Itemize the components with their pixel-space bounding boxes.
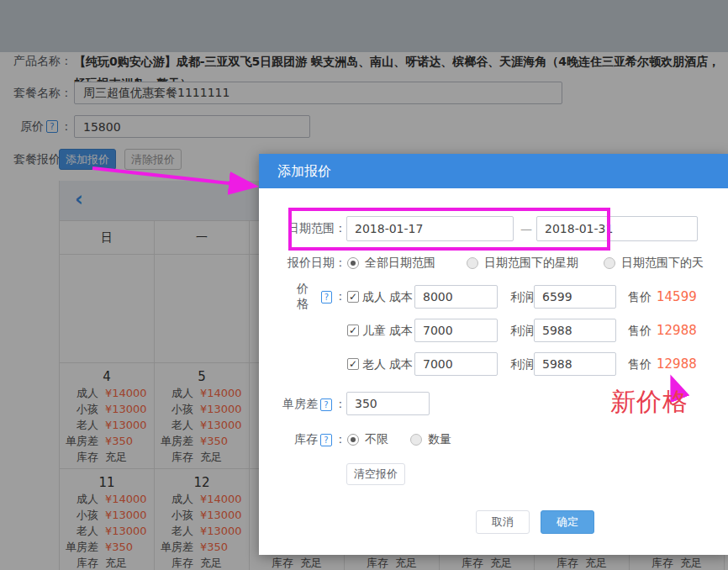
- radio-weekday-in-range[interactable]: 日期范围下的星期: [467, 256, 578, 271]
- adult-cost-input[interactable]: [414, 285, 498, 309]
- sell-label: 售价: [628, 318, 652, 343]
- child-cost-input[interactable]: [414, 319, 498, 342]
- senior-cost-input[interactable]: [414, 352, 498, 376]
- adult-profit-input[interactable]: [534, 285, 616, 309]
- child-checkbox-checked[interactable]: ✓: [347, 325, 359, 336]
- profit-label: 利润: [510, 318, 534, 343]
- radio-unselected-icon: [467, 257, 478, 269]
- radio-stock-quantity[interactable]: 数量: [410, 432, 451, 447]
- person-type-label: 儿童: [362, 318, 386, 343]
- profit-label: 利润: [510, 351, 534, 377]
- help-icon[interactable]: ?: [320, 434, 332, 446]
- profit-label: 利润: [510, 284, 534, 309]
- clear-quotes-button[interactable]: 清空报价: [346, 463, 405, 485]
- price-label-colon: ：: [335, 289, 346, 304]
- confirm-button[interactable]: 确定: [541, 510, 594, 534]
- cost-label: 成本: [389, 351, 413, 377]
- quote-date-label: 报价日期：: [259, 255, 346, 272]
- sell-label: 售价: [628, 351, 652, 377]
- date-range-highlight-box: [288, 208, 610, 251]
- single-supplement-label: 单房差 ? ：: [259, 393, 346, 415]
- screen: 产品名称： 【纯玩0购安心游】成都-三亚双飞5日跟团游 蜈支洲岛、南山、呀诺达、…: [0, 0, 728, 570]
- radio-all-date-range[interactable]: 全部日期范围: [347, 256, 435, 271]
- stock-label-colon: ：: [335, 432, 346, 447]
- stock-label: 库存 ? ：: [259, 431, 346, 448]
- stock-label-text: 库存: [294, 432, 318, 447]
- cancel-button[interactable]: 取消: [476, 510, 530, 534]
- new-price-annotation: 新价格: [610, 385, 688, 420]
- radio-unselected-icon: [410, 434, 422, 446]
- single-supplement-input[interactable]: [346, 392, 430, 415]
- radio-label: 日期范围下的天: [621, 256, 704, 271]
- adult-checkbox-checked[interactable]: ✓: [347, 291, 359, 303]
- senior-sell-price: 12988: [657, 351, 697, 377]
- person-type-label: 老人: [362, 351, 386, 377]
- sell-label: 售价: [628, 284, 652, 309]
- adult-sell-price: 14599: [657, 284, 697, 309]
- radio-label: 数量: [428, 432, 451, 447]
- radio-selected-icon: [347, 257, 359, 269]
- radio-stock-unlimited[interactable]: 不限: [347, 432, 388, 447]
- quote-date-label-text: 报价日期：: [288, 256, 346, 271]
- radio-label: 不限: [365, 432, 388, 447]
- price-row-senior: ✓ 老人 成本 利润 售价 12988: [297, 351, 721, 377]
- price-label: 价格 ? ：: [297, 284, 346, 309]
- modal-title: 添加报价: [259, 154, 728, 188]
- single-supplement-colon: ：: [335, 397, 346, 412]
- help-icon[interactable]: ?: [320, 398, 332, 411]
- radio-day-in-range[interactable]: 日期范围下的天: [604, 256, 704, 271]
- child-sell-price: 12988: [657, 318, 697, 343]
- person-type-label: 成人: [362, 284, 386, 309]
- single-supplement-label-text: 单房差: [282, 397, 318, 412]
- radio-selected-icon: [347, 434, 359, 446]
- price-label-text: 价格: [297, 282, 319, 312]
- child-profit-input[interactable]: [534, 319, 616, 342]
- cost-label: 成本: [389, 284, 413, 309]
- cost-label: 成本: [389, 318, 413, 343]
- price-row-child: ✓ 儿童 成本 利润 售价 12988: [297, 318, 721, 343]
- senior-profit-input[interactable]: [534, 352, 616, 376]
- radio-unselected-icon: [604, 257, 615, 269]
- radio-label: 全部日期范围: [365, 256, 435, 271]
- senior-checkbox-checked[interactable]: ✓: [347, 358, 359, 370]
- help-icon[interactable]: ?: [321, 291, 332, 303]
- radio-label: 日期范围下的星期: [484, 256, 578, 271]
- price-row-adult: 价格 ? ： ✓ 成人 成本 利润 售价 14599: [297, 284, 721, 309]
